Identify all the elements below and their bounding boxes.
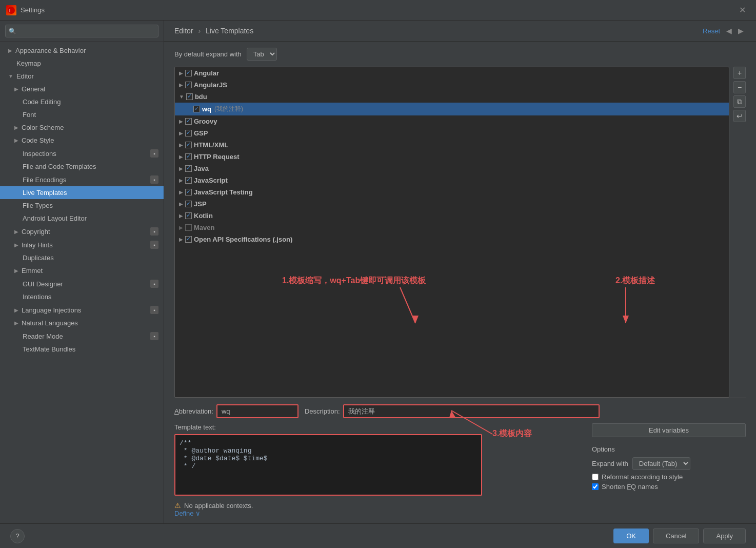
help-button[interactable]: ?: [10, 529, 25, 543]
reset-button[interactable]: Reset: [703, 27, 720, 35]
remove-template-button[interactable]: −: [733, 81, 746, 93]
group-checkbox[interactable]: [185, 153, 192, 160]
template-group-jstesting[interactable]: ▶ JavaScript Testing: [175, 186, 729, 198]
template-actions: + − ⧉ ↩: [729, 67, 746, 398]
edit-variables-button[interactable]: Edit variables: [592, 423, 746, 437]
template-group-maven[interactable]: ▶ Maven: [175, 222, 729, 233]
sidebar-item-emmet[interactable]: ▶ Emmet: [0, 264, 164, 277]
sidebar-item-inlay-hints[interactable]: ▶ Inlay Hints ▪: [0, 238, 164, 251]
expand-arrow: ▶: [179, 82, 183, 88]
sidebar-item-color-scheme[interactable]: ▶ Color Scheme: [0, 121, 164, 134]
back-arrow[interactable]: ◀: [724, 27, 734, 35]
sidebar-label: Color Scheme: [22, 124, 64, 131]
sidebar-item-intentions[interactable]: Intentions: [0, 290, 164, 303]
group-checkbox[interactable]: [185, 212, 192, 219]
sidebar-item-code-editing[interactable]: Code Editing: [0, 95, 164, 108]
group-checkbox[interactable]: [185, 142, 192, 148]
group-checkbox[interactable]: [185, 201, 192, 207]
sidebar-item-code-style[interactable]: ▶ Code Style: [0, 134, 164, 147]
group-checkbox[interactable]: [185, 70, 192, 76]
sidebar-item-file-code-templates[interactable]: File and Code Templates: [0, 160, 164, 173]
sidebar-item-keymap[interactable]: Keymap: [0, 57, 164, 70]
close-button[interactable]: ✕: [735, 3, 750, 17]
ok-button[interactable]: OK: [613, 529, 649, 543]
template-group-angularjs[interactable]: ▶ AngularJS: [175, 79, 729, 91]
apply-button[interactable]: Apply: [703, 529, 746, 543]
dialog-footer: ? OK Cancel Apply: [0, 523, 756, 548]
template-item-wq[interactable]: wq (我的注释): [175, 103, 729, 115]
group-label: Angular: [194, 69, 219, 77]
template-group-httpreq[interactable]: ▶ HTTP Request: [175, 151, 729, 163]
sidebar-item-lang-injections[interactable]: ▶ Language Injections ▪: [0, 303, 164, 317]
group-checkbox[interactable]: [185, 130, 192, 136]
template-text-editor[interactable]: /** * @author wanqing * @date $date$ $ti…: [174, 434, 482, 496]
template-group-kotlin[interactable]: ▶ Kotlin: [175, 210, 729, 222]
expand-with-label: Expand with: [592, 460, 628, 467]
badge-icon: ▪: [150, 149, 158, 158]
group-checkbox[interactable]: [185, 177, 192, 184]
group-label: GSP: [194, 129, 208, 137]
forward-arrow[interactable]: ▶: [736, 27, 746, 35]
abbreviation-input[interactable]: [216, 404, 299, 418]
arrow-icon: ▶: [14, 229, 18, 234]
sidebar-item-appearance[interactable]: ▶ Appearance & Behavior: [0, 44, 164, 57]
sidebar-item-file-types[interactable]: File Types: [0, 199, 164, 212]
template-group-htmlxml[interactable]: ▶ HTML/XML: [175, 139, 729, 151]
search-box: 🔍: [0, 21, 164, 42]
search-input[interactable]: [5, 25, 158, 37]
sidebar-item-copyright[interactable]: ▶ Copyright ▪: [0, 225, 164, 238]
template-group-javascript[interactable]: ▶ JavaScript: [175, 174, 729, 186]
breadcrumb-separator: ›: [198, 27, 201, 35]
template-group-jsp[interactable]: ▶ JSP: [175, 198, 729, 210]
sidebar-item-duplicates[interactable]: Duplicates: [0, 251, 164, 264]
template-group-angular[interactable]: ▶ Angular: [175, 67, 729, 79]
define-link[interactable]: Define ∨: [174, 510, 201, 517]
sidebar-label: General: [22, 85, 45, 93]
copy-template-button[interactable]: ⧉: [733, 95, 746, 108]
sidebar-label: Live Templates: [23, 189, 67, 197]
warning-icon: ⚠: [174, 501, 181, 510]
group-checkbox[interactable]: [185, 82, 192, 88]
sidebar: 🔍 ▶ Appearance & Behavior Keymap ▼ Edito…: [0, 21, 164, 523]
expand-with-select[interactable]: Tab: [247, 48, 277, 61]
expand-arrow: ▶: [179, 201, 183, 207]
group-checkbox[interactable]: [185, 189, 192, 195]
group-checkbox[interactable]: [185, 118, 192, 125]
add-template-button[interactable]: +: [733, 67, 746, 79]
breadcrumb: Editor › Live Templates: [174, 27, 253, 35]
group-checkbox[interactable]: [185, 165, 192, 172]
sidebar-item-live-templates[interactable]: Live Templates: [0, 186, 164, 199]
sidebar-item-textmate[interactable]: TextMate Bundles: [0, 343, 164, 356]
sidebar-item-general[interactable]: ▶ General: [0, 83, 164, 95]
sidebar-item-font[interactable]: Font: [0, 108, 164, 121]
shorten-fq-checkbox[interactable]: [592, 483, 599, 490]
shorten-fq-label: Shorten FQ names: [602, 483, 658, 491]
template-group-bdu[interactable]: ▼ bdu: [175, 91, 729, 103]
template-group-openapi[interactable]: ▶ Open API Specifications (.json): [175, 233, 729, 245]
expand-arrow: ▶: [179, 237, 183, 242]
group-label: Open API Specifications (.json): [194, 236, 292, 243]
sidebar-item-android-layout[interactable]: Android Layout Editor: [0, 212, 164, 225]
expand-arrow: ▶: [179, 70, 183, 76]
restore-template-button[interactable]: ↩: [733, 110, 746, 122]
reformat-checkbox[interactable]: [592, 474, 599, 480]
sidebar-item-file-encodings[interactable]: File Encodings ▪: [0, 173, 164, 186]
template-group-gsp[interactable]: ▶ GSP: [175, 127, 729, 139]
sidebar-item-editor[interactable]: ▼ Editor: [0, 70, 164, 83]
group-checkbox[interactable]: [185, 224, 192, 231]
options-expand-with-select[interactable]: Default (Tab): [632, 457, 690, 470]
sidebar-item-inspections[interactable]: Inspections ▪: [0, 147, 164, 160]
cancel-button[interactable]: Cancel: [653, 529, 699, 543]
sidebar-item-gui-designer[interactable]: GUI Designer ▪: [0, 277, 164, 290]
template-group-java[interactable]: ▶ Java: [175, 163, 729, 174]
expand-arrow: ▶: [179, 130, 183, 136]
sidebar-item-reader-mode[interactable]: Reader Mode ▪: [0, 329, 164, 343]
description-input[interactable]: [343, 404, 600, 418]
sidebar-item-natural-languages[interactable]: ▶ Natural Languages: [0, 317, 164, 329]
footer-buttons: OK Cancel Apply: [613, 529, 746, 543]
item-checkbox[interactable]: [193, 106, 200, 112]
template-group-groovy[interactable]: ▶ Groovy: [175, 115, 729, 127]
group-checkbox[interactable]: [185, 236, 192, 243]
group-checkbox[interactable]: [186, 93, 193, 100]
template-right: Edit variables Options Expand with Defau…: [582, 423, 746, 517]
